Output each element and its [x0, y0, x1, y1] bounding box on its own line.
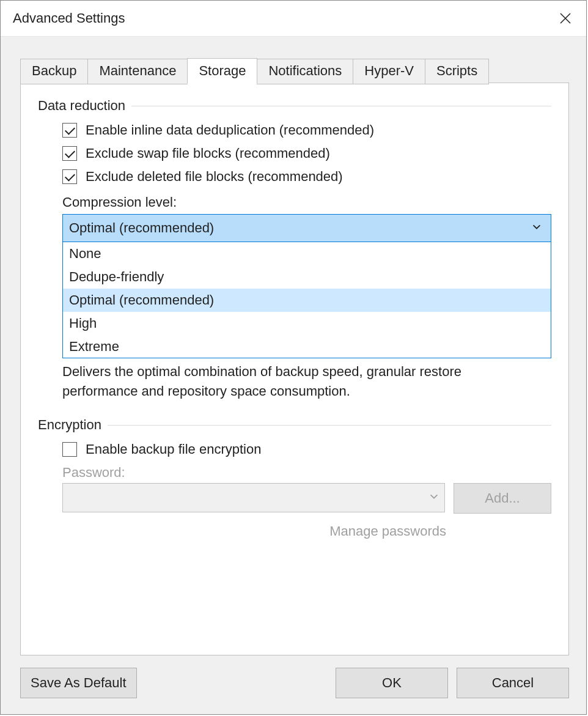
- compression-level-selected: Optimal (recommended): [69, 220, 214, 236]
- checkbox-row-encryption: Enable backup file encryption: [62, 441, 551, 457]
- tab-scripts[interactable]: Scripts: [425, 59, 489, 84]
- checkbox-enable-encryption[interactable]: [62, 442, 77, 457]
- password-label: Password:: [62, 465, 551, 481]
- tab-page-storage: Data reduction Enable inline data dedupl…: [20, 83, 569, 655]
- section-title-encryption: Encryption: [38, 417, 551, 433]
- save-as-default-button[interactable]: Save As Default: [20, 668, 137, 698]
- dialog-button-bar: Save As Default OK Cancel: [20, 668, 569, 698]
- checkbox-row-swap: Exclude swap file blocks (recommended): [62, 146, 551, 161]
- compression-level-label: Compression level:: [62, 194, 551, 210]
- compression-level-dropdown: None Dedupe-friendly Optimal (recommende…: [62, 242, 551, 358]
- encryption-body: Enable backup file encryption: [38, 441, 551, 457]
- compression-description: Delivers the optimal combination of back…: [62, 362, 551, 401]
- cancel-button[interactable]: Cancel: [457, 668, 569, 698]
- password-row: Add...: [62, 483, 551, 514]
- password-combo[interactable]: [62, 483, 445, 512]
- window-title: Advanced Settings: [13, 10, 125, 26]
- tab-hyperv[interactable]: Hyper-V: [353, 59, 425, 84]
- compression-level-combo[interactable]: Optimal (recommended): [62, 214, 551, 242]
- section-encryption: Encryption Enable backup file encryption…: [38, 417, 551, 539]
- data-reduction-body: Enable inline data deduplication (recomm…: [38, 122, 551, 401]
- tab-maintenance[interactable]: Maintenance: [87, 59, 188, 84]
- close-icon: [559, 12, 571, 24]
- checkbox-enable-dedup[interactable]: [62, 123, 77, 138]
- tab-notifications[interactable]: Notifications: [257, 59, 353, 84]
- checkbox-row-dedup: Enable inline data deduplication (recomm…: [62, 122, 551, 138]
- section-title-text: Data reduction: [38, 98, 131, 114]
- add-password-button[interactable]: Add...: [454, 483, 551, 514]
- advanced-settings-window: Advanced Settings Backup Maintenance Sto…: [0, 0, 587, 715]
- compression-option-optimal[interactable]: Optimal (recommended): [63, 289, 551, 312]
- tab-storage[interactable]: Storage: [187, 58, 257, 84]
- checkbox-exclude-deleted-label: Exclude deleted file blocks (recommended…: [86, 169, 343, 185]
- tab-strip: Backup Maintenance Storage Notifications…: [20, 58, 569, 84]
- checkbox-exclude-deleted[interactable]: [62, 169, 77, 184]
- close-button[interactable]: [556, 9, 575, 28]
- compression-option-high[interactable]: High: [63, 312, 551, 335]
- ok-button[interactable]: OK: [336, 668, 448, 698]
- checkbox-row-deleted: Exclude deleted file blocks (recommended…: [62, 169, 551, 185]
- compression-option-none[interactable]: None: [63, 242, 551, 265]
- compression-option-extreme[interactable]: Extreme: [63, 335, 551, 358]
- content-area: Backup Maintenance Storage Notifications…: [20, 58, 569, 655]
- checkbox-exclude-swap[interactable]: [62, 146, 77, 161]
- section-title-data-reduction: Data reduction: [38, 98, 551, 114]
- chevron-down-icon: [531, 220, 542, 236]
- checkbox-enable-dedup-label: Enable inline data deduplication (recomm…: [86, 122, 374, 138]
- section-data-reduction: Data reduction Enable inline data dedupl…: [38, 98, 551, 401]
- tab-backup[interactable]: Backup: [20, 59, 88, 84]
- checkbox-exclude-swap-label: Exclude swap file blocks (recommended): [86, 146, 330, 161]
- chevron-down-icon: [428, 490, 439, 506]
- checkbox-enable-encryption-label: Enable backup file encryption: [86, 441, 261, 457]
- title-bar: Advanced Settings: [1, 1, 586, 37]
- section-title-text: Encryption: [38, 417, 108, 433]
- manage-passwords-link[interactable]: Manage passwords: [62, 523, 551, 539]
- compression-option-dedupe[interactable]: Dedupe-friendly: [63, 265, 551, 289]
